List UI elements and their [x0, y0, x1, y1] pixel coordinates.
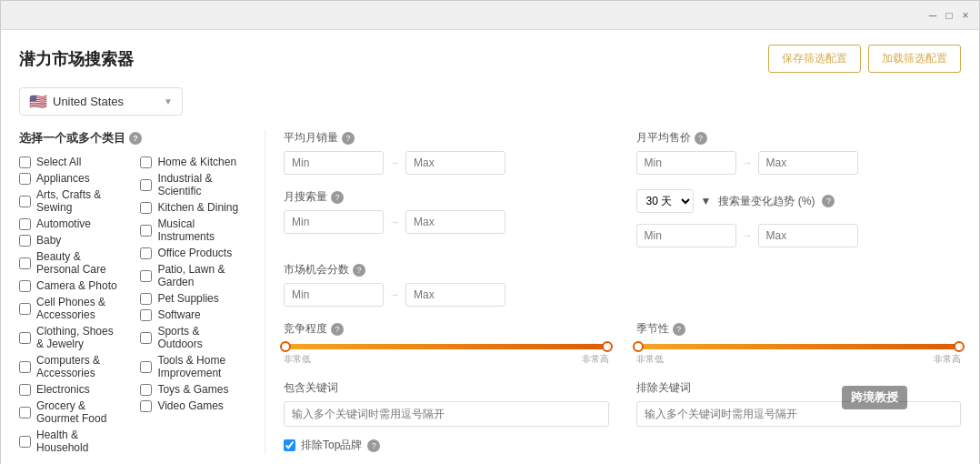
minimize-button[interactable]: ─ — [926, 9, 939, 22]
market-opportunity-filter: 市场机会分数 ? → — [284, 262, 609, 307]
list-item[interactable]: Industrial & Scientific — [140, 172, 246, 197]
list-item[interactable]: Select All — [19, 156, 122, 168]
maximize-button[interactable]: □ — [943, 9, 955, 22]
header-row: 潜力市场搜索器 保存筛选配置 加载筛选配置 — [19, 45, 961, 73]
save-config-button[interactable]: 保存筛选配置 — [768, 45, 861, 73]
category-checkbox[interactable] — [19, 436, 31, 448]
volume-change-max-input[interactable] — [758, 224, 858, 247]
list-item[interactable]: Automotive — [19, 217, 122, 230]
chevron-down-icon: ▼ — [164, 96, 173, 106]
category-checkbox[interactable] — [19, 361, 31, 373]
search-max-input[interactable] — [405, 210, 505, 234]
category-checkbox[interactable] — [140, 400, 152, 412]
list-item[interactable]: Office Products — [140, 247, 246, 259]
category-checkbox[interactable] — [140, 361, 152, 373]
category-checkbox[interactable] — [19, 407, 31, 419]
category-checkbox[interactable] — [140, 156, 152, 168]
list-item[interactable]: Grocery & Gourmet Food — [19, 399, 122, 425]
filter-range: → — [636, 224, 962, 247]
avg-monthly-price-filter: 月平均售价 ? → — [636, 130, 962, 175]
days-select[interactable]: 30 天 7 天 90 天 — [636, 189, 694, 213]
list-item[interactable]: Health & Household — [19, 429, 122, 454]
exclude-brands-row: 排除Top品牌 ? — [284, 438, 961, 453]
category-checkbox[interactable] — [19, 332, 31, 344]
list-item[interactable]: Cell Phones & Accessories — [19, 296, 122, 321]
opportunity-min-input[interactable] — [284, 283, 384, 307]
category-checkbox[interactable] — [140, 247, 152, 259]
category-checkbox[interactable] — [140, 293, 152, 305]
load-config-button[interactable]: 加载筛选配置 — [868, 45, 961, 73]
list-item[interactable]: Software — [140, 308, 246, 321]
category-checkbox[interactable] — [19, 384, 31, 396]
slider-fill — [636, 344, 962, 349]
list-item[interactable]: Video Games — [140, 399, 246, 412]
sliders-grid: 竞争程度 ? 非常低 非常高 — [284, 321, 961, 366]
category-checkbox[interactable] — [140, 384, 152, 396]
list-item[interactable]: Home & Kitchen — [140, 156, 246, 168]
filter-range: → — [284, 283, 609, 307]
category-checkbox[interactable] — [19, 257, 31, 269]
list-item[interactable]: Patio, Lawn & Garden — [140, 263, 246, 288]
slider-labels: 非常低 非常高 — [636, 353, 962, 366]
category-checkbox[interactable] — [19, 303, 31, 315]
filter-range: → — [284, 151, 609, 175]
opportunity-max-input[interactable] — [405, 283, 505, 307]
list-item[interactable]: Electronics — [19, 383, 122, 396]
avg-sales-min-input[interactable] — [284, 151, 384, 175]
list-item[interactable]: Tools & Home Improvement — [140, 354, 246, 379]
list-item[interactable]: Sports & Outdoors — [140, 325, 246, 350]
category-checkbox[interactable] — [140, 225, 152, 237]
filter-label: 30 天 7 天 90 天 ▼ 搜索量变化趋势 (%) ? — [636, 189, 962, 218]
app-window: ─ □ × 潜力市场搜索器 保存筛选配置 加载筛选配置 🇺🇸 United St… — [0, 0, 980, 464]
list-item[interactable]: Arts, Crafts & Sewing — [19, 188, 122, 214]
list-item[interactable]: Kitchen & Dining — [140, 201, 246, 214]
avg-price-max-input[interactable] — [758, 151, 858, 175]
list-item[interactable]: Camera & Photo — [19, 279, 122, 292]
avg-sales-max-input[interactable] — [405, 151, 505, 175]
list-item[interactable]: Beauty & Personal Care — [19, 250, 122, 276]
help-icon: ? — [331, 191, 344, 204]
list-item[interactable]: Toys & Games — [140, 383, 246, 396]
include-keywords-input[interactable] — [284, 401, 609, 427]
volume-change-min-input[interactable] — [636, 224, 736, 247]
category-checkbox[interactable] — [140, 332, 152, 344]
left-panel: 选择一个或多个类目 ? Select All Appliances Arts, … — [19, 130, 265, 454]
category-checkbox[interactable] — [19, 156, 31, 168]
exclude-keywords-input[interactable] — [636, 401, 962, 427]
watermark-text: 跨境教授 — [842, 386, 907, 409]
exclude-brands-checkbox[interactable] — [284, 439, 295, 451]
competition-slider-track[interactable] — [284, 344, 609, 349]
watermark: 跨境教授 — [842, 386, 907, 409]
close-button[interactable]: × — [959, 9, 972, 22]
search-min-input[interactable] — [284, 210, 384, 234]
exclude-keywords-group: 排除关键词 — [636, 380, 962, 427]
slider-thumb-left[interactable] — [280, 341, 291, 352]
list-item[interactable]: Musical Instruments — [140, 217, 246, 243]
slider-thumb-right[interactable] — [954, 341, 965, 352]
category-checkbox[interactable] — [19, 280, 31, 292]
keyword-label: 排除关键词 — [636, 380, 962, 396]
list-item[interactable]: Clothing, Shoes & Jewelry — [19, 325, 122, 350]
country-selector[interactable]: 🇺🇸 United States ▼ — [19, 87, 183, 116]
category-checkbox[interactable] — [19, 218, 31, 230]
category-checkbox[interactable] — [140, 179, 152, 191]
category-checkbox[interactable] — [19, 196, 31, 207]
category-checkbox[interactable] — [140, 202, 152, 214]
category-col-left: Select All Appliances Arts, Crafts & Sew… — [19, 156, 122, 454]
category-checkbox[interactable] — [140, 270, 152, 282]
list-item[interactable]: Appliances — [19, 172, 122, 185]
category-checkbox[interactable] — [140, 309, 152, 321]
list-item[interactable]: Pet Supplies — [140, 292, 246, 305]
search-volume-change-filter: 30 天 7 天 90 天 ▼ 搜索量变化趋势 (%) ? — [636, 189, 962, 247]
list-item[interactable]: Computers & Accessories — [19, 354, 122, 379]
slider-thumb-right[interactable] — [602, 341, 613, 352]
category-columns: Select All Appliances Arts, Crafts & Sew… — [19, 156, 246, 454]
avg-price-min-input[interactable] — [636, 151, 736, 175]
slider-thumb-left[interactable] — [633, 341, 644, 352]
competition-slider-group: 竞争程度 ? 非常低 非常高 — [284, 321, 609, 366]
filter-label: 月搜索量 ? — [284, 189, 609, 205]
category-checkbox[interactable] — [19, 235, 31, 247]
category-checkbox[interactable] — [19, 173, 31, 185]
seasonality-slider-track[interactable] — [636, 344, 962, 349]
list-item[interactable]: Baby — [19, 234, 122, 247]
